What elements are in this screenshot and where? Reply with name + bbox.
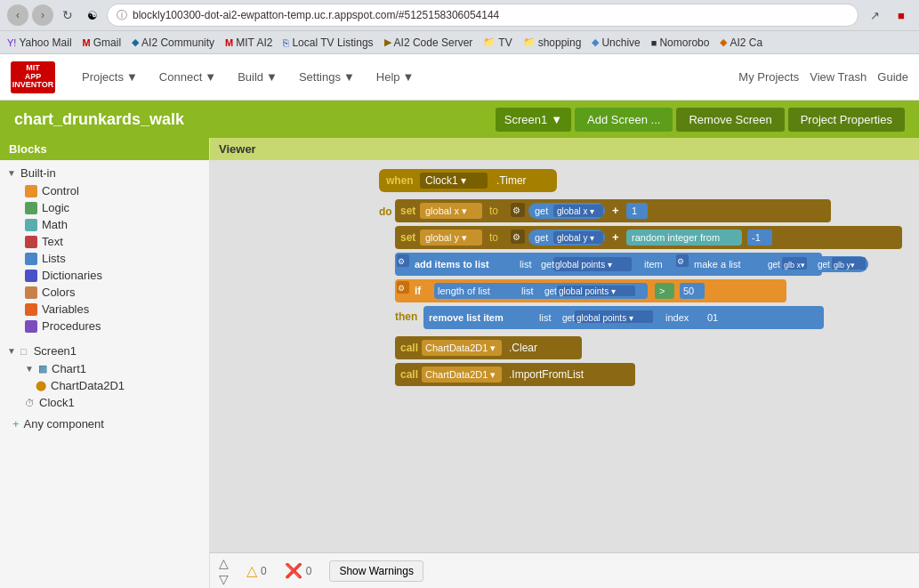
view-trash-btn[interactable]: View Trash [810, 70, 867, 84]
my-projects-btn[interactable]: My Projects [738, 70, 799, 84]
chevron-down-icon: ▼ [551, 113, 562, 126]
mit-logo: MITAPPINVENTOR [11, 61, 55, 93]
chart1-item[interactable]: ▼ ▩ Chart1 [11, 360, 209, 377]
nav-help[interactable]: Help ▼ [367, 66, 423, 88]
lists-color [25, 253, 37, 265]
nav-connect[interactable]: Connect ▼ [150, 66, 225, 88]
builtin-section: ▼ Built-in Control Logic Math T [0, 160, 209, 338]
forward-button[interactable]: › [32, 4, 53, 26]
builtin-header[interactable]: ▼ Built-in [0, 164, 209, 182]
block-variables[interactable]: Variables [11, 301, 209, 318]
any-component-label: Any component [24, 417, 104, 431]
nav-projects[interactable]: Projects ▼ [73, 66, 147, 88]
nav-build[interactable]: Build ▼ [229, 66, 286, 88]
address-bar[interactable]: ⓘ blockly100300-dot-ai2-ewpatton-temp.uc… [107, 4, 859, 27]
nav-menus: Projects ▼ Connect ▼ Build ▼ Settings ▼ … [73, 66, 423, 88]
text-color [25, 236, 37, 248]
block-math[interactable]: Math [11, 216, 209, 233]
bookmark-label: shopping [538, 36, 582, 49]
back-button[interactable]: ‹ [7, 4, 28, 26]
text-label: Text [42, 235, 63, 248]
extensions-icon[interactable]: ■ [891, 4, 912, 26]
block-colors[interactable]: Colors [11, 284, 209, 301]
bookmark-unchive[interactable]: ◆ Unchive [592, 36, 640, 49]
dictionaries-label: Dictionaries [42, 269, 102, 282]
remove-screen-button[interactable]: Remove Screen [676, 108, 784, 132]
bookmark-mit-ai2[interactable]: M MIT AI2 [225, 36, 272, 49]
block-lists[interactable]: Lists [11, 250, 209, 267]
svg-text:to: to [489, 231, 498, 244]
svg-text:global points ▾: global points ▾ [555, 260, 612, 270]
svg-text:when: when [385, 174, 414, 187]
svg-text:.ImportFromList: .ImportFromList [509, 368, 584, 381]
block-dictionaries[interactable]: Dictionaries [11, 267, 209, 284]
clock1-item[interactable]: ⏱ Clock1 [11, 394, 209, 411]
error-circle-icon: ❌ [285, 562, 302, 579]
blocks-canvas[interactable]: when Clock1 ▾ .Timer do set global x ▾ t… [210, 160, 919, 552]
nav-settings[interactable]: Settings ▼ [290, 66, 364, 88]
bookmark-ai2ca[interactable]: ◆ AI2 Ca [720, 36, 762, 49]
chevron-down-icon: ▼ [343, 70, 355, 84]
url-text: blockly100300-dot-ai2-ewpatton-temp.uc.r… [133, 9, 499, 21]
screen-selector[interactable]: Screen1 ▼ [496, 108, 571, 132]
block-procedures[interactable]: Procedures [11, 318, 209, 334]
bookmark-local-tv[interactable]: ⎘ Local TV Listings [283, 36, 373, 49]
logic-color [25, 202, 37, 214]
bookmark-label: Nomorobo [659, 36, 709, 49]
up-arrow-icon: △ [219, 556, 229, 570]
screen1-header[interactable]: ▼ □ Screen1 [0, 342, 209, 360]
bookmark-nomorobo[interactable]: ■ Nomorobo [651, 36, 710, 49]
bookmark-shopping[interactable]: 📁 shopping [523, 36, 582, 49]
svg-text:then: then [395, 310, 417, 323]
viewer-content[interactable]: when Clock1 ▾ .Timer do set global x ▾ t… [210, 160, 919, 588]
svg-text:01: 01 [707, 312, 718, 323]
bookmark-tv[interactable]: 📁 TV [483, 36, 512, 49]
block-logic[interactable]: Logic [11, 199, 209, 216]
clock-icon: ⏱ [25, 398, 35, 408]
bookmark-gmail[interactable]: M Gmail [83, 36, 122, 49]
svg-text:add items to list: add items to list [415, 259, 489, 270]
bookmark-ai2code[interactable]: ▶ AI2 Code Server [384, 36, 473, 49]
svg-text:1: 1 [632, 205, 637, 216]
warning-section: △ 0 [246, 562, 267, 579]
svg-text:.Clear: .Clear [509, 342, 537, 354]
bookmark-icon[interactable]: ☯ [84, 9, 101, 22]
header-right: My Projects View Trash Guide [738, 70, 908, 84]
chart1-label: Chart1 [52, 362, 86, 375]
blocks-panel-header: Blocks [0, 138, 209, 160]
procedures-label: Procedures [42, 319, 101, 333]
svg-text:ChartData2D1 ▾: ChartData2D1 ▾ [425, 342, 496, 353]
control-label: Control [42, 184, 79, 197]
screen1-label: Screen1 [34, 344, 77, 358]
project-properties-button[interactable]: Project Properties [788, 108, 905, 132]
svg-text:global points ▾: global points ▾ [576, 313, 633, 323]
svg-text:call: call [400, 342, 418, 354]
control-color [25, 185, 37, 197]
add-screen-button[interactable]: Add Screen ... [575, 108, 673, 132]
svg-text:remove list item: remove list item [429, 312, 504, 323]
reload-button[interactable]: ↻ [57, 4, 78, 26]
chartdata2d1-item[interactable]: ⬤ ChartData2D1 [11, 377, 209, 394]
svg-text:⚙: ⚙ [512, 205, 520, 215]
share-icon[interactable]: ↗ [864, 4, 885, 26]
toggle-icon: ▼ [25, 364, 34, 374]
block-text[interactable]: Text [11, 233, 209, 250]
block-control[interactable]: Control [11, 182, 209, 199]
svg-text:global x ▾: global x ▾ [557, 206, 594, 216]
bookmark-ai2community[interactable]: ◆ AI2 Community [132, 36, 214, 49]
svg-text:-1: -1 [752, 232, 761, 243]
mit-icon: M [225, 37, 233, 48]
svg-text:global x ▾: global x ▾ [425, 205, 467, 216]
guide-btn[interactable]: Guide [877, 70, 908, 84]
svg-text:>: > [659, 286, 665, 296]
code-icon: ▶ [384, 36, 391, 48]
show-warnings-button[interactable]: Show Warnings [329, 560, 423, 582]
svg-text:call: call [400, 368, 418, 381]
shopping-icon: 📁 [523, 36, 536, 48]
tv-icon: ⎘ [283, 37, 289, 48]
chevron-down-icon: ▼ [205, 70, 216, 84]
any-component-item[interactable]: + Any component [0, 415, 209, 433]
blocks-panel: Blocks ▼ Built-in Control Logic Math [0, 138, 210, 588]
bookmark-yahoo-mail[interactable]: Y! Yahoo Mail [7, 36, 72, 49]
svg-text:get: get [562, 313, 575, 323]
